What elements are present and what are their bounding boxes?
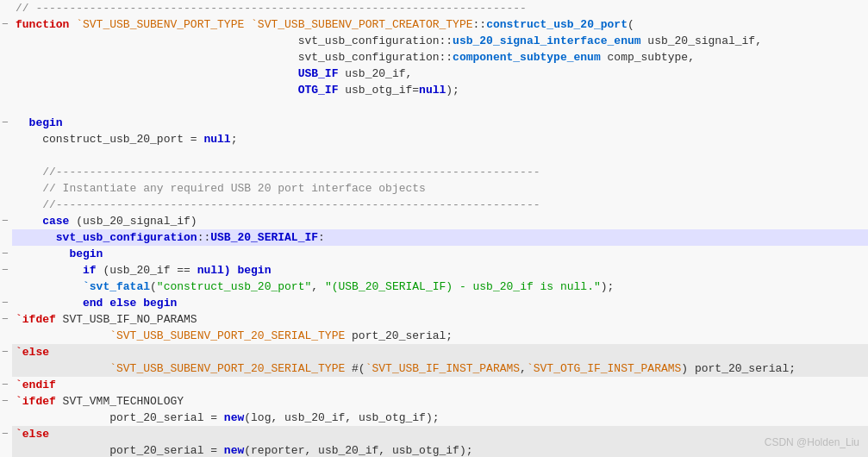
gutter-cell: − xyxy=(0,377,12,393)
line-content: construct_usb_20_port = null; xyxy=(12,131,868,147)
gutter-cell xyxy=(0,360,12,377)
table-row: svt_usb_configuration::component_subtype… xyxy=(0,49,868,66)
watermark-text: CSDN @Holden_Liu xyxy=(765,436,859,448)
line-content: port_20_serial = new(log, usb_20_if, usb… xyxy=(12,410,868,426)
line-content: //--------------------------------------… xyxy=(12,197,868,213)
collapse-icon[interactable]: − xyxy=(2,379,9,391)
collapse-icon[interactable]: − xyxy=(2,396,9,407)
gutter-cell xyxy=(0,442,12,457)
table-row: `svt_fatal("construct_usb_20_port", "(US… xyxy=(0,279,868,295)
table-row: construct_usb_20_port = null; xyxy=(0,131,868,147)
gutter-cell xyxy=(0,197,12,213)
table-row: OTG_IF usb_otg_if=null); xyxy=(0,82,868,98)
table-row: //--------------------------------------… xyxy=(0,197,868,213)
table-row: port_20_serial = new(log, usb_20_if, usb… xyxy=(0,410,868,426)
line-content: svt_usb_configuration::USB_20_SERIAL_IF: xyxy=(12,229,868,246)
table-row: −`else xyxy=(0,344,868,360)
table-row: // -------------------------------------… xyxy=(0,0,868,16)
line-content: case (usb_20_signal_if) xyxy=(12,213,868,229)
code-container: // -------------------------------------… xyxy=(0,0,868,457)
gutter-cell: − xyxy=(0,295,12,311)
table-row: − end else begin xyxy=(0,295,868,311)
table-row: svt_usb_configuration::USB_20_SERIAL_IF: xyxy=(0,229,868,246)
line-content: `SVT_USB_SUBENV_PORT_20_SERIAL_TYPE #(`S… xyxy=(12,360,868,377)
line-content: //--------------------------------------… xyxy=(12,164,868,180)
line-content: `endif xyxy=(12,377,868,393)
line-content: svt_usb_configuration::component_subtype… xyxy=(12,49,868,66)
table-row: // Instantiate any required USB 20 port … xyxy=(0,180,868,197)
gutter-cell: − xyxy=(0,262,12,279)
collapse-icon[interactable]: − xyxy=(2,248,9,260)
gutter-cell: − xyxy=(0,115,12,131)
collapse-icon[interactable]: − xyxy=(2,265,9,276)
line-content: function `SVT_USB_SUBENV_PORT_TYPE `SVT_… xyxy=(12,16,868,33)
table-row: −`else xyxy=(0,426,868,442)
line-content: `else xyxy=(12,426,868,442)
table-row xyxy=(0,98,868,115)
gutter-cell: − xyxy=(0,246,12,262)
gutter-cell xyxy=(0,164,12,180)
table-row: − begin xyxy=(0,246,868,262)
table-row: port_20_serial = new(reporter, usb_20_if… xyxy=(0,442,868,457)
gutter-cell xyxy=(0,229,12,246)
table-row: `SVT_USB_SUBENV_PORT_20_SERIAL_TYPE port… xyxy=(0,328,868,344)
collapse-icon[interactable]: − xyxy=(2,314,9,325)
collapse-icon[interactable]: − xyxy=(2,297,9,309)
collapse-icon[interactable]: − xyxy=(2,429,9,440)
line-content: begin xyxy=(12,246,868,262)
gutter-cell xyxy=(0,66,12,82)
collapse-icon[interactable]: − xyxy=(2,19,9,30)
gutter-cell xyxy=(0,49,12,66)
gutter-cell xyxy=(0,82,12,98)
line-content xyxy=(12,147,868,164)
gutter-cell xyxy=(0,33,12,49)
line-content: `ifdef SVT_USB_IF_NO_PARAMS xyxy=(12,311,868,328)
gutter-cell: − xyxy=(0,344,12,360)
line-content xyxy=(12,98,868,115)
line-content: svt_usb_configuration::usb_20_signal_int… xyxy=(12,33,868,49)
gutter-cell: − xyxy=(0,16,12,33)
gutter-cell xyxy=(0,328,12,344)
gutter-cell xyxy=(0,147,12,164)
line-content: OTG_IF usb_otg_if=null); xyxy=(12,82,868,98)
gutter-cell: − xyxy=(0,311,12,328)
table-row: − if (usb_20_if == null) begin xyxy=(0,262,868,279)
table-row xyxy=(0,147,868,164)
line-content: port_20_serial = new(reporter, usb_20_if… xyxy=(12,442,868,457)
gutter-cell xyxy=(0,180,12,197)
line-content: end else begin xyxy=(12,295,868,311)
table-row: −`endif xyxy=(0,377,868,393)
table-row: `SVT_USB_SUBENV_PORT_20_SERIAL_TYPE #(`S… xyxy=(0,360,868,377)
line-content: `else xyxy=(12,344,868,360)
table-row: − begin xyxy=(0,115,868,131)
line-content: // Instantiate any required USB 20 port … xyxy=(12,180,868,197)
gutter-cell xyxy=(0,131,12,147)
line-content: `SVT_USB_SUBENV_PORT_20_SERIAL_TYPE port… xyxy=(12,328,868,344)
gutter-cell: − xyxy=(0,426,12,442)
gutter-cell xyxy=(0,279,12,295)
table-row: − case (usb_20_signal_if) xyxy=(0,213,868,229)
gutter-cell: − xyxy=(0,393,12,410)
table-row: //--------------------------------------… xyxy=(0,164,868,180)
gutter-cell xyxy=(0,0,12,16)
line-content: USB_IF usb_20_if, xyxy=(12,66,868,82)
line-content: `svt_fatal("construct_usb_20_port", "(US… xyxy=(12,279,868,295)
table-row: −`ifdef SVT_USB_IF_NO_PARAMS xyxy=(0,311,868,328)
table-row: −`ifdef SVT_VMM_TECHNOLOGY xyxy=(0,393,868,410)
table-row: USB_IF usb_20_if, xyxy=(0,66,868,82)
collapse-icon[interactable]: − xyxy=(2,216,9,227)
gutter-cell xyxy=(0,410,12,426)
gutter-cell xyxy=(0,98,12,115)
collapse-icon[interactable]: − xyxy=(2,347,9,358)
line-content: // -------------------------------------… xyxy=(12,0,868,16)
line-content: if (usb_20_if == null) begin xyxy=(12,262,868,279)
table-row: −function `SVT_USB_SUBENV_PORT_TYPE `SVT… xyxy=(0,16,868,33)
table-row: svt_usb_configuration::usb_20_signal_int… xyxy=(0,33,868,49)
line-content: `ifdef SVT_VMM_TECHNOLOGY xyxy=(12,393,868,410)
collapse-icon[interactable]: − xyxy=(2,117,9,128)
gutter-cell: − xyxy=(0,213,12,229)
line-content: begin xyxy=(12,115,868,131)
